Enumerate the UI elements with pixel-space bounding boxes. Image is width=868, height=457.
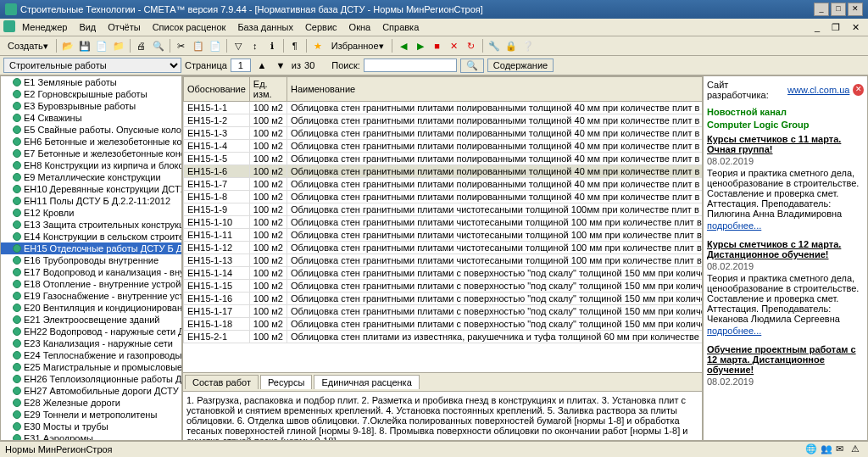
sort-icon[interactable]: ↕: [248, 38, 263, 53]
table-row[interactable]: ЕН15-1-6100 м2Облицовка стен гранитными …: [184, 165, 703, 178]
close-panel-icon[interactable]: ✕: [853, 84, 864, 96]
tree-item[interactable]: Е5 Свайные работы. Опускные колодц: [1, 124, 181, 136]
menu-windows[interactable]: Окна: [344, 20, 376, 34]
table-row[interactable]: ЕН15-1-3100 м2Облицовка стен гранитными …: [184, 127, 703, 140]
tree-item[interactable]: Е23 Канализация - наружные сети: [1, 337, 181, 349]
table-row[interactable]: ЕН15-1-11100 м2Облицовка стен гранитными…: [184, 229, 703, 242]
info-icon[interactable]: ℹ: [264, 38, 280, 53]
tree-item[interactable]: Е25 Магистральные и промысловые: [1, 361, 181, 373]
table-row[interactable]: ЕН15-1-5100 м2Облицовка стен гранитными …: [184, 153, 703, 165]
preview-icon[interactable]: 🔍: [151, 38, 166, 53]
tree-panel[interactable]: Е1 Земляные работыЕ2 Горновскрышные рабо…: [0, 75, 182, 441]
create-button[interactable]: Создать ▾: [3, 38, 53, 53]
table-row[interactable]: ЕН15-1-13100 м2Облицовка стен гранитными…: [184, 254, 703, 267]
table-row[interactable]: ЕН15-1-15100 м2Облицовка стен гранитными…: [184, 280, 703, 293]
stop-icon[interactable]: ■: [430, 38, 445, 53]
doc-icon[interactable]: 📄: [94, 38, 109, 53]
tree-item[interactable]: Е13 Защита строительных конструкци: [1, 219, 181, 231]
tree-item[interactable]: Е24 Теплоснабжение и газопроводы: [1, 349, 181, 361]
minimize-button[interactable]: _: [814, 3, 829, 16]
tree-item[interactable]: Е4 Скважины: [1, 112, 181, 124]
tab-resources[interactable]: Ресурсы: [260, 375, 312, 389]
open-icon[interactable]: 📂: [60, 38, 75, 53]
paste-icon[interactable]: 📄: [208, 38, 223, 53]
news-title[interactable]: Курсы сметчиков с 11 марта. Очная группа…: [707, 134, 864, 154]
refresh-icon[interactable]: ↻: [464, 38, 479, 53]
child-minimize-button[interactable]: _: [810, 20, 825, 32]
para-icon[interactable]: ¶: [287, 38, 303, 53]
tree-item[interactable]: Е19 Газоснабжение - внутренние устр: [1, 290, 181, 302]
tree-item[interactable]: Е29 Тоннели и метрополитены: [1, 409, 181, 421]
maximize-button[interactable]: □: [831, 3, 846, 16]
child-close-button[interactable]: ✕: [847, 20, 865, 32]
news-title[interactable]: Курсы сметчиков с 12 марта. Дистанционно…: [707, 239, 864, 259]
search-button[interactable]: 🔍: [460, 59, 484, 73]
category-dropdown[interactable]: Строительные работы: [3, 58, 181, 73]
table-row[interactable]: ЕН15-1-16100 м2Облицовка стен гранитными…: [184, 293, 703, 305]
tree-item[interactable]: Е1 Земляные работы: [1, 76, 181, 88]
tree-item[interactable]: ЕН26 Теплоизоляционные работы ДС: [1, 373, 181, 385]
tree-item[interactable]: Е14 Конструкции в сельском строителс: [1, 231, 181, 242]
page-up-icon[interactable]: ▲: [254, 58, 270, 73]
copy-icon[interactable]: 📋: [191, 38, 206, 53]
tree-item[interactable]: ЕН22 Водопровод - наружные сети ДС: [1, 326, 181, 337]
menu-db[interactable]: База данных: [232, 20, 298, 34]
tree-item[interactable]: Е3 Буровзрывные работы: [1, 100, 181, 112]
tree-item[interactable]: ЕН10 Деревянные конструкции ДСТУ: [1, 183, 181, 195]
tree-item[interactable]: ЕН27 Автомобильные дороги ДСТУ Б: [1, 385, 181, 397]
table-row[interactable]: ЕН15-1-18100 м2Облицовка стен гранитными…: [184, 318, 703, 331]
col-code[interactable]: Обоснование: [184, 77, 250, 102]
menu-reports[interactable]: Отчёты: [103, 20, 145, 34]
table-row[interactable]: ЕН15-1-17100 м2Облицовка стен гранитными…: [184, 305, 703, 318]
menu-help[interactable]: Справка: [377, 20, 424, 34]
tab-unitprice[interactable]: Единичная расценка: [314, 375, 419, 389]
menu-rates[interactable]: Список расценок: [147, 20, 231, 34]
dev-link[interactable]: www.cl.com.ua: [787, 85, 849, 95]
news-more-link[interactable]: подробнее...: [707, 220, 761, 231]
back-icon[interactable]: ◀: [396, 38, 411, 53]
page-down-icon[interactable]: ▼: [273, 58, 288, 73]
star-icon[interactable]: ★: [310, 38, 326, 53]
tree-item[interactable]: Е28 Железные дороги: [1, 397, 181, 409]
search-input[interactable]: [364, 59, 457, 72]
tree-item[interactable]: Е20 Вентиляция и кондиционировани: [1, 302, 181, 314]
col-name[interactable]: Наименование: [287, 77, 702, 102]
delete-icon[interactable]: ✕: [447, 38, 462, 53]
print-icon[interactable]: 🖨: [134, 38, 149, 53]
menu-view[interactable]: Вид: [74, 20, 101, 34]
tree-item[interactable]: Е31 Аэродромы: [1, 432, 181, 441]
table-row[interactable]: ЕН15-2-1100 м2Облицовка стен плитами из …: [184, 331, 703, 343]
tree-item[interactable]: Е12 Кровли: [1, 207, 181, 219]
table-row[interactable]: ЕН15-1-2100 м2Облицовка стен гранитными …: [184, 114, 703, 127]
help-icon[interactable]: ❔: [520, 38, 536, 53]
tree-item[interactable]: Е16 Трубопроводы внутренние: [1, 254, 181, 266]
menu-service[interactable]: Сервис: [300, 20, 342, 34]
wrench-icon[interactable]: 🔧: [487, 38, 502, 53]
table-row[interactable]: ЕН15-1-14100 м2Облицовка стен гранитными…: [184, 267, 703, 280]
news-more-link[interactable]: подробнее...: [707, 326, 761, 336]
tree-item[interactable]: Е2 Горновскрышные работы: [1, 88, 181, 100]
tree-item[interactable]: ЕН11 Полы ДСТУ Б Д.2.2-11:2012: [1, 195, 181, 207]
table-row[interactable]: ЕН15-1-4100 м2Облицовка стен гранитными …: [184, 140, 703, 153]
table-row[interactable]: ЕН15-1-12100 м2Облицовка стен гранитными…: [184, 242, 703, 254]
lock-icon[interactable]: 🔒: [504, 38, 519, 53]
tree-item[interactable]: Е9 Металлические конструкции: [1, 171, 181, 183]
forward-icon[interactable]: ▶: [413, 38, 428, 53]
cut-icon[interactable]: ✂: [174, 38, 189, 53]
table-row[interactable]: ЕН15-1-1100 м2Облицовка стен гранитными …: [184, 102, 703, 114]
filter-icon[interactable]: ▽: [231, 38, 246, 53]
tree-item[interactable]: Е17 Водопровод и канализация - внут: [1, 266, 181, 278]
tree-item[interactable]: ЕН15 Отделочные работы ДСТУ Б Д: [1, 242, 181, 254]
close-button[interactable]: ✕: [848, 3, 863, 16]
table-row[interactable]: ЕН15-1-8100 м2Облицовка стен гранитными …: [184, 191, 703, 203]
table-row[interactable]: ЕН15-1-10100 м2Облицовка стен гранитными…: [184, 216, 703, 229]
tree-item[interactable]: Е21 Электроосвещение зданий: [1, 314, 181, 326]
tree-item[interactable]: Е30 Мосты и трубы: [1, 421, 181, 432]
table-row[interactable]: ЕН15-1-7100 м2Облицовка стен гранитными …: [184, 178, 703, 191]
content-button[interactable]: Содержание: [487, 59, 554, 72]
news-title[interactable]: Обучение проектным работам с 12 марта. Д…: [707, 344, 864, 375]
col-unit[interactable]: Ед. изм.: [249, 77, 287, 102]
child-restore-button[interactable]: ❐: [826, 20, 845, 32]
tab-works[interactable]: Состав работ: [185, 375, 259, 389]
menu-manager[interactable]: Менеджер: [17, 20, 72, 34]
